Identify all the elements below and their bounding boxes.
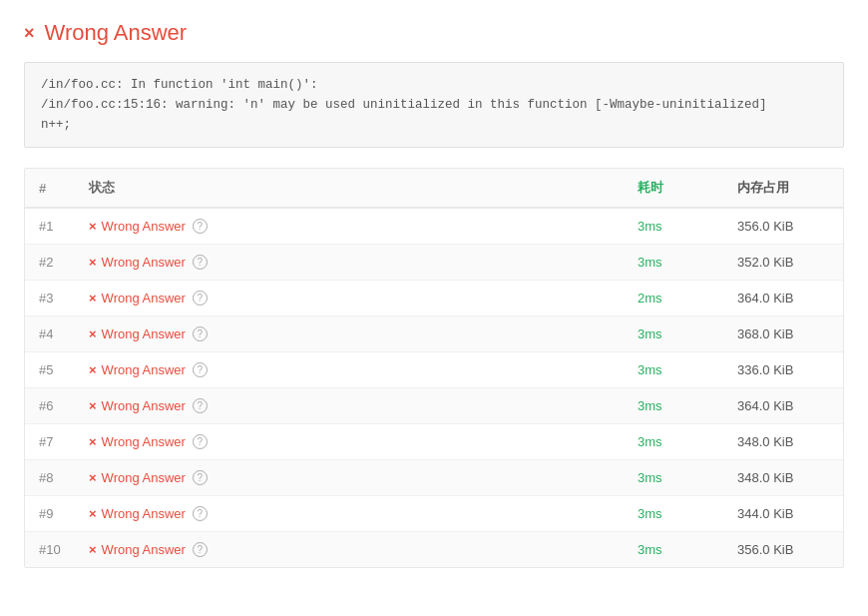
row-status: ×Wrong Answer? <box>75 424 624 460</box>
status-x-icon: × <box>89 470 97 485</box>
row-num: #3 <box>25 281 75 316</box>
status-text: Wrong Answer <box>102 291 186 306</box>
result-header: × Wrong Answer <box>24 20 844 46</box>
question-icon[interactable]: ? <box>193 291 208 306</box>
wrong-answer-label: ×Wrong Answer? <box>89 434 208 449</box>
question-icon[interactable]: ? <box>193 506 208 521</box>
status-text: Wrong Answer <box>102 255 186 270</box>
wrong-answer-label: ×Wrong Answer? <box>89 398 208 413</box>
row-status: ×Wrong Answer? <box>75 208 624 245</box>
compiler-line-2: /in/foo.cc:15:16: warning: 'n' may be us… <box>41 95 827 115</box>
row-num: #6 <box>25 388 75 424</box>
row-status: ×Wrong Answer? <box>75 496 624 532</box>
table-row: #9×Wrong Answer?3ms344.0 KiB <box>25 496 843 532</box>
status-x-icon: × <box>89 326 97 341</box>
row-memory: 356.0 KiB <box>723 208 843 245</box>
col-header-time: 耗时 <box>624 169 723 208</box>
wrong-answer-icon: × <box>24 23 35 44</box>
results-table: # 状态 耗时 内存占用 #1×Wrong Answer?3ms356.0 Ki… <box>25 169 843 567</box>
status-text: Wrong Answer <box>102 398 186 413</box>
table-row: #5×Wrong Answer?3ms336.0 KiB <box>25 352 843 388</box>
wrong-answer-label: ×Wrong Answer? <box>89 326 208 341</box>
row-num: #9 <box>25 496 75 532</box>
compiler-line-3: n++; <box>41 115 827 135</box>
row-status: ×Wrong Answer? <box>75 460 624 496</box>
question-icon[interactable]: ? <box>193 255 208 270</box>
status-x-icon: × <box>89 255 97 270</box>
status-x-icon: × <box>89 434 97 449</box>
row-memory: 352.0 KiB <box>723 245 843 281</box>
result-title: Wrong Answer <box>45 20 188 46</box>
table-row: #1×Wrong Answer?3ms356.0 KiB <box>25 208 843 245</box>
wrong-answer-label: ×Wrong Answer? <box>89 542 208 557</box>
table-row: #6×Wrong Answer?3ms364.0 KiB <box>25 388 843 424</box>
status-x-icon: × <box>89 291 97 306</box>
row-num: #10 <box>25 532 75 568</box>
table-body: #1×Wrong Answer?3ms356.0 KiB#2×Wrong Ans… <box>25 208 843 567</box>
row-num: #2 <box>25 245 75 281</box>
row-memory: 344.0 KiB <box>723 496 843 532</box>
row-time: 3ms <box>624 388 723 424</box>
wrong-answer-label: ×Wrong Answer? <box>89 506 208 521</box>
status-text: Wrong Answer <box>102 542 186 557</box>
status-x-icon: × <box>89 398 97 413</box>
row-num: #1 <box>25 208 75 245</box>
row-memory: 364.0 KiB <box>723 388 843 424</box>
compiler-output: /in/foo.cc: In function 'int main()': /i… <box>24 62 844 148</box>
status-text: Wrong Answer <box>102 362 186 377</box>
table-row: #3×Wrong Answer?2ms364.0 KiB <box>25 281 843 316</box>
row-time: 2ms <box>624 281 723 316</box>
row-time: 3ms <box>624 496 723 532</box>
row-status: ×Wrong Answer? <box>75 352 624 388</box>
question-icon[interactable]: ? <box>193 470 208 485</box>
row-memory: 368.0 KiB <box>723 316 843 352</box>
row-time: 3ms <box>624 424 723 460</box>
row-time: 3ms <box>624 532 723 568</box>
question-icon[interactable]: ? <box>193 362 208 377</box>
status-x-icon: × <box>89 219 97 234</box>
compiler-line-1: /in/foo.cc: In function 'int main()': <box>41 75 827 95</box>
question-icon[interactable]: ? <box>193 219 208 234</box>
row-memory: 336.0 KiB <box>723 352 843 388</box>
row-time: 3ms <box>624 208 723 245</box>
status-x-icon: × <box>89 506 97 521</box>
wrong-answer-label: ×Wrong Answer? <box>89 219 208 234</box>
row-num: #5 <box>25 352 75 388</box>
status-text: Wrong Answer <box>102 326 186 341</box>
col-header-num: # <box>25 169 75 208</box>
table-row: #10×Wrong Answer?3ms356.0 KiB <box>25 532 843 568</box>
table-row: #2×Wrong Answer?3ms352.0 KiB <box>25 245 843 281</box>
status-text: Wrong Answer <box>102 506 186 521</box>
row-num: #7 <box>25 424 75 460</box>
row-time: 3ms <box>624 245 723 281</box>
results-table-wrapper: # 状态 耗时 内存占用 #1×Wrong Answer?3ms356.0 Ki… <box>24 168 844 568</box>
question-icon[interactable]: ? <box>193 398 208 413</box>
table-header: # 状态 耗时 内存占用 <box>25 169 843 208</box>
row-status: ×Wrong Answer? <box>75 281 624 316</box>
col-header-memory: 内存占用 <box>723 169 843 208</box>
row-memory: 364.0 KiB <box>723 281 843 316</box>
row-memory: 356.0 KiB <box>723 532 843 568</box>
row-num: #8 <box>25 460 75 496</box>
status-text: Wrong Answer <box>102 219 186 234</box>
status-x-icon: × <box>89 542 97 557</box>
row-memory: 348.0 KiB <box>723 424 843 460</box>
status-text: Wrong Answer <box>102 434 186 449</box>
question-icon[interactable]: ? <box>193 326 208 341</box>
row-status: ×Wrong Answer? <box>75 532 624 568</box>
wrong-answer-label: ×Wrong Answer? <box>89 362 208 377</box>
wrong-answer-label: ×Wrong Answer? <box>89 291 208 306</box>
row-time: 3ms <box>624 352 723 388</box>
row-memory: 348.0 KiB <box>723 460 843 496</box>
wrong-answer-label: ×Wrong Answer? <box>89 255 208 270</box>
status-x-icon: × <box>89 362 97 377</box>
wrong-answer-label: ×Wrong Answer? <box>89 470 208 485</box>
col-header-status: 状态 <box>75 169 624 208</box>
table-row: #8×Wrong Answer?3ms348.0 KiB <box>25 460 843 496</box>
row-status: ×Wrong Answer? <box>75 245 624 281</box>
main-container: × Wrong Answer /in/foo.cc: In function '… <box>0 0 868 616</box>
row-status: ×Wrong Answer? <box>75 388 624 424</box>
question-icon[interactable]: ? <box>193 434 208 449</box>
row-time: 3ms <box>624 316 723 352</box>
question-icon[interactable]: ? <box>193 542 208 557</box>
